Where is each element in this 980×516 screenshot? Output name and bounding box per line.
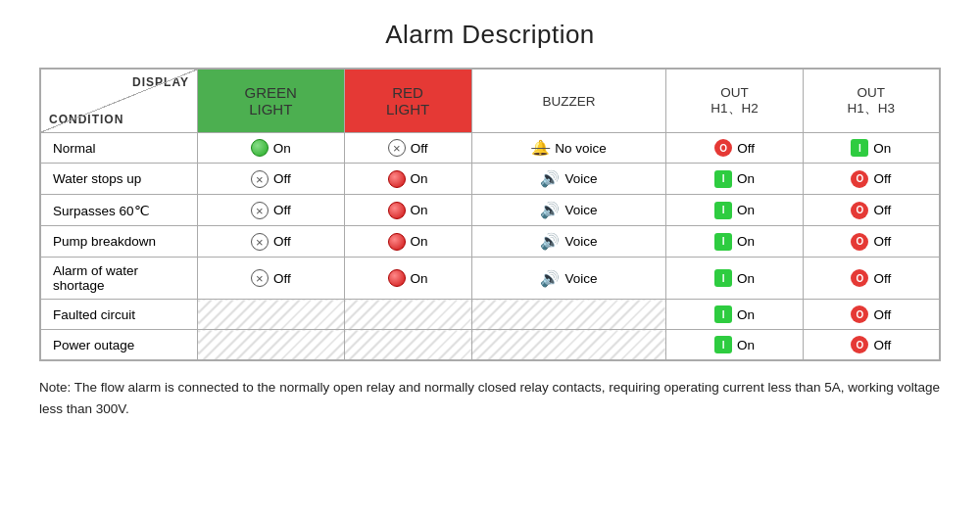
table-row: Faulted circuitI OnO Off (41, 300, 940, 330)
voice-icon: 🔊 (540, 201, 560, 219)
table-row: Normal On Off 🔔 No voice O OffI On (41, 133, 940, 164)
out-h1h2-cell: I On (666, 226, 803, 258)
green-light-cell: Off (198, 195, 345, 226)
green-light-cell: Off (198, 226, 345, 258)
condition-cell: Faulted circuit (41, 300, 198, 330)
table-row: Pump breakdown Off On🔊 VoiceI OnO Off (41, 226, 940, 258)
red-light-header: REDLIGHT (344, 70, 471, 133)
out-h1h3-cell: O Off (803, 164, 939, 195)
out-h1h2-cell: I On (666, 258, 803, 300)
green-light-cell: Off (198, 258, 345, 300)
buzzer-cell: 🔊 Voice (471, 226, 666, 258)
green-relay-btn: I (714, 233, 732, 251)
green-relay-btn: I (714, 202, 732, 219)
table-row: Power outageI OnO Off (41, 330, 940, 360)
condition-cell: Power outage (41, 330, 198, 360)
green-light-cell (198, 300, 345, 330)
green-off-icon (251, 269, 269, 287)
out-h1h3-cell: O Off (803, 258, 939, 300)
out-h1h2-cell: I On (666, 195, 803, 226)
out-h1h3-cell: O Off (803, 226, 939, 258)
no-voice-icon: 🔔 (531, 139, 550, 157)
red-relay-btn: O (851, 336, 868, 353)
buzzer-cell: 🔊 Voice (471, 258, 666, 300)
green-light-cell: Off (198, 164, 345, 195)
table-row: Water stops up Off On🔊 VoiceI OnO Off (41, 164, 940, 195)
out-h1h3-cell: I On (803, 133, 939, 164)
table-row: Surpasses 60℃ Off On🔊 VoiceI OnO Off (41, 195, 940, 226)
out-h1h2-cell: O Off (666, 133, 803, 164)
red-relay-btn: O (851, 170, 868, 188)
out-h1h2-header: OUTH1、H2 (666, 70, 803, 133)
red-relay-btn: O (851, 233, 868, 251)
out-h1h2-cell: I On (666, 300, 803, 330)
table-row: Alarm of water shortage Off On🔊 VoiceI O… (41, 258, 940, 300)
diag-display-label: DISPLAY (132, 75, 189, 89)
red-light-cell (344, 330, 471, 360)
out-h1h2-cell: I On (666, 164, 803, 195)
green-off-icon (251, 170, 269, 188)
diag-condition-label: CONDITION (49, 113, 123, 126)
buzzer-cell: 🔊 Voice (471, 195, 666, 226)
out-h1h3-cell: O Off (803, 300, 939, 330)
red-light-cell: On (344, 164, 471, 195)
green-relay-btn: I (714, 269, 732, 287)
red-on-icon (388, 269, 406, 287)
buzzer-cell (471, 300, 666, 330)
green-relay-btn: I (851, 139, 868, 157)
condition-cell: Surpasses 60℃ (41, 195, 198, 226)
red-light-cell (344, 300, 471, 330)
condition-cell: Normal (41, 133, 198, 164)
red-light-cell: On (344, 258, 471, 300)
green-light-cell: On (198, 133, 345, 164)
note-text: Note: The flow alarm is connected to the… (39, 377, 941, 419)
green-off-icon (251, 233, 269, 251)
red-light-cell: On (344, 226, 471, 258)
red-light-cell: On (344, 195, 471, 226)
voice-icon: 🔊 (540, 169, 560, 188)
alarm-table: DISPLAY CONDITION GREENLIGHT REDLIGHT BU… (39, 68, 941, 361)
red-on-icon (388, 233, 406, 251)
red-on-icon (388, 170, 406, 188)
voice-icon: 🔊 (540, 232, 560, 251)
red-relay-btn: O (851, 202, 868, 219)
green-light-header: GREENLIGHT (198, 70, 345, 133)
green-relay-btn: I (714, 336, 732, 353)
red-light-cell: Off (344, 133, 471, 164)
red-relay-btn: O (851, 269, 868, 287)
green-relay-btn: I (714, 305, 732, 323)
out-h1h3-header: OUTH1、H3 (803, 70, 939, 133)
condition-cell: Pump breakdown (41, 226, 198, 258)
condition-cell: Water stops up (41, 164, 198, 195)
buzzer-cell: 🔔 No voice (471, 133, 666, 164)
green-on-icon (251, 139, 269, 157)
buzzer-cell (471, 330, 666, 360)
out-h1h3-cell: O Off (803, 195, 939, 226)
diag-header: DISPLAY CONDITION (41, 70, 198, 133)
green-light-cell (198, 330, 345, 360)
buzzer-header: BUZZER (471, 70, 666, 133)
green-off-icon (251, 202, 269, 219)
red-relay-btn: O (851, 305, 868, 323)
buzzer-cell: 🔊 Voice (471, 164, 666, 195)
out-h1h3-cell: O Off (803, 330, 939, 360)
green-relay-btn: I (714, 170, 732, 188)
red-relay-btn: O (714, 139, 732, 157)
condition-cell: Alarm of water shortage (41, 258, 198, 300)
red-off-icon (388, 139, 406, 157)
voice-icon: 🔊 (540, 269, 560, 288)
red-on-icon (388, 202, 406, 219)
out-h1h2-cell: I On (666, 330, 803, 360)
page-title: Alarm Description (385, 20, 595, 50)
